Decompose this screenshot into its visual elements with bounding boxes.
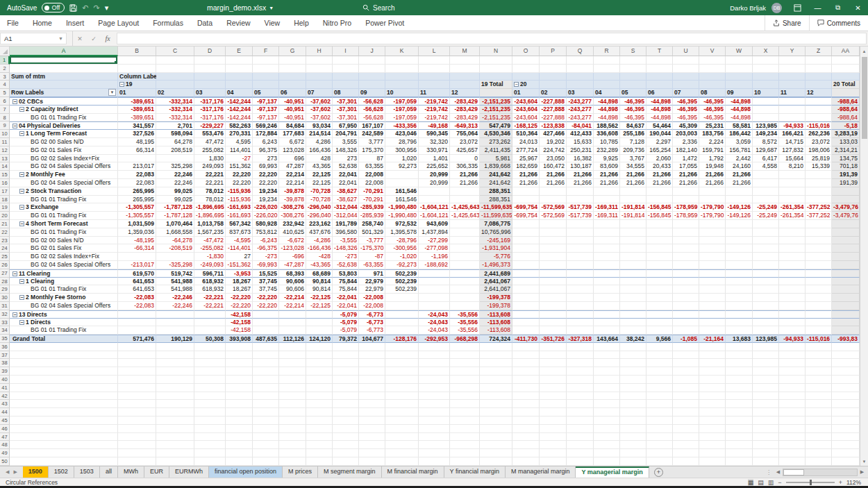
cell-F25[interactable]: -273 (253, 253, 279, 261)
sheet-tab-1503[interactable]: 1503 (74, 466, 100, 478)
cell-L18[interactable] (419, 196, 450, 204)
cell-N18[interactable]: 288,351 (480, 196, 512, 204)
cell-J6[interactable]: -56,628 (359, 97, 385, 106)
cell-Y42[interactable] (779, 392, 806, 401)
cell-D35[interactable]: 50,308 (194, 335, 226, 343)
cell-Z37[interactable] (806, 351, 832, 360)
cell-I9[interactable]: 67,950 (333, 121, 359, 130)
cell-G16[interactable]: 22,214 (279, 179, 306, 187)
cell-S37[interactable] (620, 351, 646, 360)
cell-W7[interactable]: -44,898 (726, 106, 753, 114)
cell-O47[interactable] (512, 433, 540, 441)
title-dropdown-icon[interactable]: ▼ (269, 6, 274, 10)
cell-O18[interactable] (512, 196, 540, 204)
cell-S49[interactable] (620, 449, 646, 457)
cell-L45[interactable] (419, 417, 450, 425)
cell-P14[interactable]: 160,472 (540, 162, 567, 171)
cell-E41[interactable] (226, 384, 253, 392)
cell-T8[interactable]: -44,898 (646, 114, 673, 122)
cell-J49[interactable] (359, 449, 385, 457)
column-header-Z[interactable]: Z (806, 47, 832, 56)
cell-G37[interactable] (279, 351, 306, 360)
cell-T13[interactable]: 2,060 (646, 155, 673, 163)
collapse-icon[interactable]: − (19, 295, 24, 300)
cell-T46[interactable] (646, 425, 673, 433)
row-header-3[interactable]: 3 (0, 73, 10, 81)
cell-O21[interactable] (512, 220, 540, 228)
cell-F22[interactable]: 753,812 (253, 228, 279, 237)
cell-I47[interactable] (333, 433, 359, 441)
cell-O50[interactable] (512, 457, 540, 466)
cell-L3[interactable] (419, 73, 450, 81)
cell-U8[interactable]: -46,395 (673, 114, 699, 122)
cell-T12[interactable]: 165,254 (646, 146, 673, 155)
cell-Q50[interactable] (567, 457, 594, 466)
cell-E9[interactable]: 582,263 (226, 121, 253, 130)
cell-A39[interactable] (10, 367, 118, 376)
cell-T18[interactable] (646, 196, 673, 204)
cell-V26[interactable] (699, 261, 726, 269)
cell-A28[interactable]: −1 Clearing (10, 278, 118, 286)
cell-V12[interactable]: 159,791 (699, 146, 726, 155)
cell-B45[interactable] (118, 417, 156, 425)
cell-I50[interactable] (333, 457, 359, 466)
cell-I29[interactable]: 75,844 (333, 285, 359, 294)
cell-X26[interactable] (753, 261, 779, 269)
cell-R9[interactable]: 188,562 (594, 121, 620, 130)
cell-G5[interactable]: 06 (279, 89, 306, 97)
cell-M49[interactable] (450, 449, 480, 457)
cell-X12[interactable]: 129,687 (753, 146, 779, 155)
cell-H49[interactable] (306, 449, 333, 457)
cell-A21[interactable]: −4 Short Term Forecast (10, 220, 118, 228)
cell-J25[interactable]: -87 (359, 253, 385, 261)
cell-Z45[interactable] (806, 417, 832, 425)
cell-M39[interactable] (450, 367, 480, 376)
cell-I25[interactable]: -273 (333, 253, 359, 261)
sheet-tab-m-financial-margin[interactable]: M financial margin (382, 466, 444, 478)
cell-H46[interactable] (306, 425, 333, 433)
row-header-13[interactable]: 13 (0, 155, 10, 163)
cell-K12[interactable]: 300,956 (385, 146, 419, 155)
row-header-39[interactable]: 39 (0, 367, 10, 376)
cell-Q13[interactable]: 16,382 (567, 155, 594, 163)
cell-H39[interactable] (306, 367, 333, 376)
cell-AA34[interactable] (832, 326, 860, 335)
cell-U26[interactable] (673, 261, 699, 269)
cell-D39[interactable] (194, 367, 226, 376)
cell-L32[interactable]: -24,043 (419, 310, 450, 319)
cell-Z32[interactable] (806, 310, 832, 319)
cell-M24[interactable] (450, 244, 480, 253)
cell-B8[interactable]: -389,651 (118, 114, 156, 122)
cell-B16[interactable]: 22,083 (118, 179, 156, 187)
cell-S21[interactable] (620, 220, 646, 228)
cell-D32[interactable] (194, 310, 226, 319)
cell-T32[interactable] (646, 310, 673, 319)
cell-R39[interactable] (594, 367, 620, 376)
cell-D47[interactable] (194, 433, 226, 441)
cell-D19[interactable]: -1,896,695 (194, 203, 226, 212)
cell-AA25[interactable] (832, 253, 860, 261)
cell-G20[interactable]: -308,276 (279, 212, 306, 220)
user-name[interactable]: Darko Brljak (730, 4, 766, 12)
cell-S6[interactable]: -46,395 (620, 97, 646, 106)
cell-J34[interactable]: -6,773 (359, 326, 385, 335)
cell-K7[interactable]: -197,059 (385, 106, 419, 114)
hscroll-right-icon[interactable]: ▶ (858, 469, 867, 475)
cell-L10[interactable]: 590,345 (419, 130, 450, 138)
cell-V1[interactable] (699, 56, 726, 65)
cell-T27[interactable] (646, 269, 673, 278)
cell-H9[interactable]: 93,034 (306, 121, 333, 130)
cell-Z20[interactable]: -377,252 (806, 212, 832, 220)
cell-AA16[interactable]: 191,39 (832, 179, 860, 187)
cell-Y10[interactable]: 166,421 (779, 130, 806, 138)
cell-L11[interactable]: 32,320 (419, 138, 450, 146)
scroll-up-icon[interactable]: ▲ (862, 47, 867, 56)
cell-E37[interactable] (226, 351, 253, 360)
cell-S27[interactable] (620, 269, 646, 278)
cell-J27[interactable]: 971 (359, 269, 385, 278)
share-button[interactable]: Share (765, 15, 809, 31)
cell-C24[interactable]: -208,519 (156, 244, 194, 253)
cell-U37[interactable] (673, 351, 699, 360)
cell-G22[interactable]: 410,625 (279, 228, 306, 237)
cell-D46[interactable] (194, 425, 226, 433)
